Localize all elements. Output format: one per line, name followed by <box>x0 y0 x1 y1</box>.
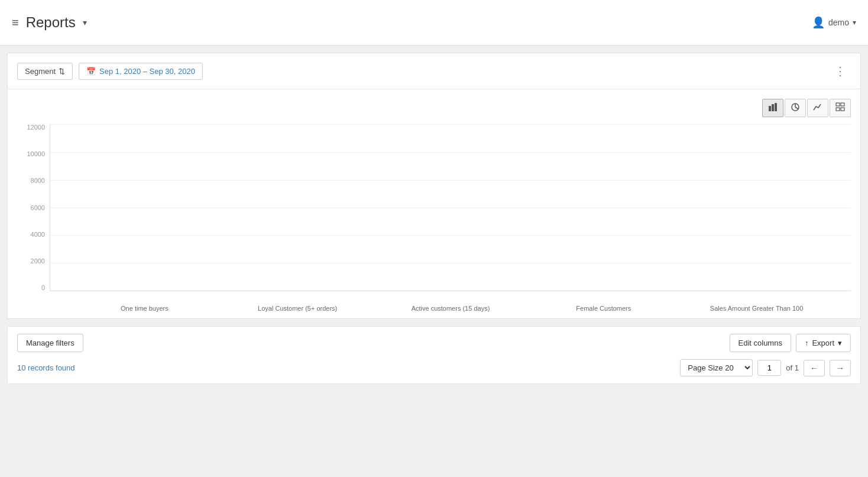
bar-chart-button[interactable] <box>762 99 783 117</box>
y-label-6000: 6000 <box>31 205 45 211</box>
y-label-0: 0 <box>41 285 45 291</box>
bottom-bar-right: Edit columns ↑ Export ▾ <box>730 334 851 352</box>
y-label-4000: 4000 <box>31 231 45 238</box>
filter-bar: Segment ⇅ 📅 Sep 1, 2020 – Sep 30, 2020 ⋮ <box>7 53 861 89</box>
chart-area: 0 2000 4000 6000 8000 10000 12000 <box>17 124 851 314</box>
svg-rect-8 <box>836 108 840 111</box>
page-number-input[interactable] <box>757 360 781 376</box>
svg-rect-9 <box>841 108 844 111</box>
x-labels: One time buyers Loyal Customer (5+ order… <box>50 305 851 312</box>
pie-chart-button[interactable] <box>785 99 806 117</box>
user-name: demo <box>828 18 849 27</box>
export-icon: ↑ <box>805 339 809 347</box>
x-label-5: Sales Amount Greater Than 100 <box>680 305 833 312</box>
svg-rect-0 <box>769 106 771 111</box>
x-label-4: Female Customers <box>527 305 680 312</box>
edit-columns-button[interactable]: Edit columns <box>730 334 791 352</box>
y-label-12000: 12000 <box>27 124 45 131</box>
svg-rect-1 <box>772 104 774 111</box>
header-left: ≡ Reports ▾ <box>12 14 87 31</box>
chart-section: 0 2000 4000 6000 8000 10000 12000 <box>7 89 861 319</box>
y-label-10000: 10000 <box>27 151 45 157</box>
bottom-bar: Manage filters Edit columns ↑ Export ▾ 1… <box>7 326 861 384</box>
table-chart-button[interactable] <box>830 99 851 117</box>
export-button[interactable]: ↑ Export ▾ <box>796 334 851 352</box>
chart-plot: One time buyers Loyal Customer (5+ order… <box>50 124 851 291</box>
prev-page-button[interactable]: ← <box>804 360 825 376</box>
svg-line-5 <box>795 107 798 109</box>
page-title: Reports <box>26 14 76 31</box>
user-menu[interactable]: 👤 demo ▾ <box>812 16 856 29</box>
segment-arrow: ⇅ <box>59 67 65 76</box>
segment-label: Segment <box>25 67 56 76</box>
next-page-button[interactable]: → <box>830 360 851 376</box>
page-of-label: of 1 <box>786 363 799 372</box>
x-label-3: Active customers (15 days) <box>374 305 527 312</box>
date-range-button[interactable]: 📅 Sep 1, 2020 – Sep 30, 2020 <box>79 63 203 80</box>
svg-rect-7 <box>841 103 844 106</box>
header: ≡ Reports ▾ 👤 demo ▾ <box>0 0 868 46</box>
y-label-2000: 2000 <box>31 258 45 265</box>
line-chart-button[interactable] <box>807 99 828 117</box>
bottom-bar-actions: Manage filters Edit columns ↑ Export ▾ <box>17 334 851 352</box>
title-dropdown-arrow[interactable]: ▾ <box>83 18 87 27</box>
manage-filters-button[interactable]: Manage filters <box>17 334 83 352</box>
date-range-label: Sep 1, 2020 – Sep 30, 2020 <box>99 67 195 76</box>
pagination-controls: Page Size 20 Page Size 50 Page Size 100 … <box>680 359 851 376</box>
svg-rect-6 <box>836 103 840 106</box>
calendar-icon: 📅 <box>86 67 96 76</box>
user-dropdown-arrow: ▾ <box>853 18 856 27</box>
pagination-bar: 10 records found Page Size 20 Page Size … <box>17 359 851 376</box>
user-icon: 👤 <box>812 16 825 29</box>
y-axis: 0 2000 4000 6000 8000 10000 12000 <box>17 124 50 314</box>
page-size-select[interactable]: Page Size 20 Page Size 50 Page Size 100 <box>680 359 753 376</box>
records-count: 10 records found <box>17 363 75 372</box>
filter-left: Segment ⇅ 📅 Sep 1, 2020 – Sep 30, 2020 <box>17 63 203 80</box>
chart-toolbar <box>17 99 851 117</box>
bars-container <box>50 124 851 291</box>
x-label-1: One time buyers <box>68 305 221 312</box>
svg-rect-2 <box>775 103 777 111</box>
segment-button[interactable]: Segment ⇅ <box>17 63 73 80</box>
export-label: Export <box>812 339 834 347</box>
hamburger-icon[interactable]: ≡ <box>12 16 19 30</box>
y-label-8000: 8000 <box>31 178 45 184</box>
export-dropdown-arrow: ▾ <box>838 339 842 347</box>
x-label-2: Loyal Customer (5+ orders) <box>221 305 374 312</box>
more-options-button[interactable]: ⋮ <box>830 62 851 80</box>
